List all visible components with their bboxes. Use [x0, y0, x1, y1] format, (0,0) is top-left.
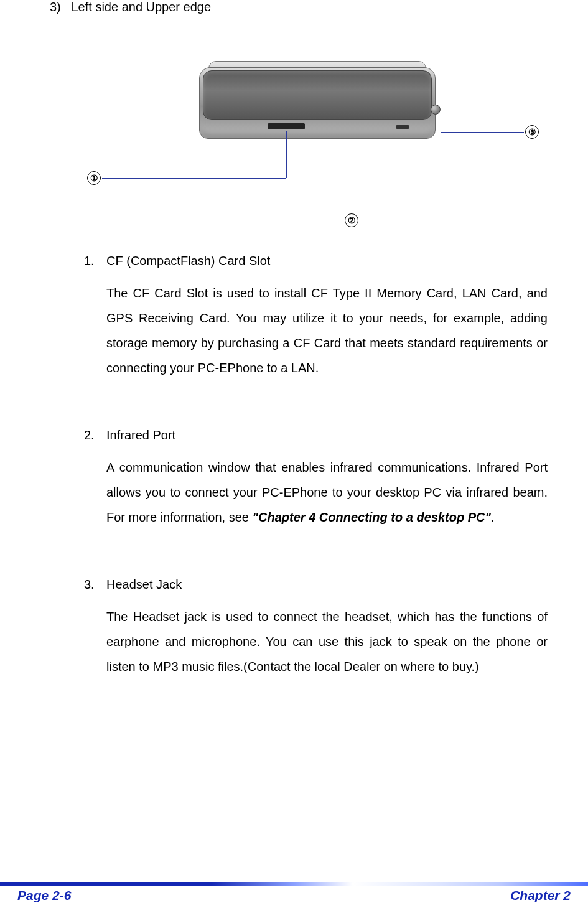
page-footer: Page 2-6 Chapter 2: [0, 882, 588, 908]
ir-port-graphic: [396, 125, 409, 129]
item-1: 1. CF (CompactFlash) Card Slot The CF Ca…: [84, 251, 548, 380]
item-2-title: Infrared Port: [106, 425, 175, 445]
callout-1-hline: [102, 178, 286, 179]
device-illustration: [199, 58, 436, 142]
device-lid: [203, 70, 432, 120]
headset-jack-graphic: [431, 105, 441, 115]
callout-3-hline: [441, 132, 524, 133]
footer-chapter: Chapter 2: [510, 888, 571, 903]
item-3-body: The Headset jack is used to connect the …: [106, 604, 548, 679]
item-2-body-post: .: [491, 510, 495, 524]
callout-3-label: ③: [528, 127, 536, 137]
item-2-number: 2.: [84, 425, 95, 445]
callout-1: ①: [87, 171, 101, 185]
item-1-title: CF (CompactFlash) Card Slot: [106, 251, 270, 271]
callout-1-vline: [286, 131, 287, 178]
item-3: 3. Headset Jack The Headset jack is used…: [84, 574, 548, 679]
callout-2: ②: [345, 213, 358, 227]
item-3-number: 3.: [84, 574, 95, 594]
heading-title: Left side and Upper edge: [71, 0, 211, 14]
figure-area: ① ② ③: [50, 39, 548, 251]
section-heading: 3) Left side and Upper edge: [50, 0, 548, 14]
item-1-title-row: 1. CF (CompactFlash) Card Slot: [84, 251, 548, 271]
callout-2-vline: [352, 131, 352, 212]
item-2-title-row: 2. Infrared Port: [84, 425, 548, 445]
page-content: 3) Left side and Upper edge ① ② ③: [50, 0, 548, 724]
item-1-body: The CF Card Slot is used to install CF T…: [106, 281, 548, 380]
heading-number: 3): [50, 0, 61, 14]
item-3-title: Headset Jack: [106, 574, 182, 594]
item-2: 2. Infrared Port A communication window …: [84, 425, 548, 530]
callout-1-label: ①: [90, 173, 98, 183]
item-2-body: A communication window that enables infr…: [106, 455, 548, 530]
footer-page-number: Page 2-6: [17, 888, 71, 903]
callout-3: ③: [525, 125, 539, 139]
item-2-body-bold: "Chapter 4 Connecting to a desktop PC": [253, 510, 491, 524]
item-1-number: 1.: [84, 251, 95, 271]
cf-slot-graphic: [268, 123, 305, 129]
item-3-title-row: 3. Headset Jack: [84, 574, 548, 594]
footer-bar: [0, 882, 588, 886]
items-block: 1. CF (CompactFlash) Card Slot The CF Ca…: [84, 251, 548, 679]
callout-2-label: ②: [348, 215, 356, 225]
